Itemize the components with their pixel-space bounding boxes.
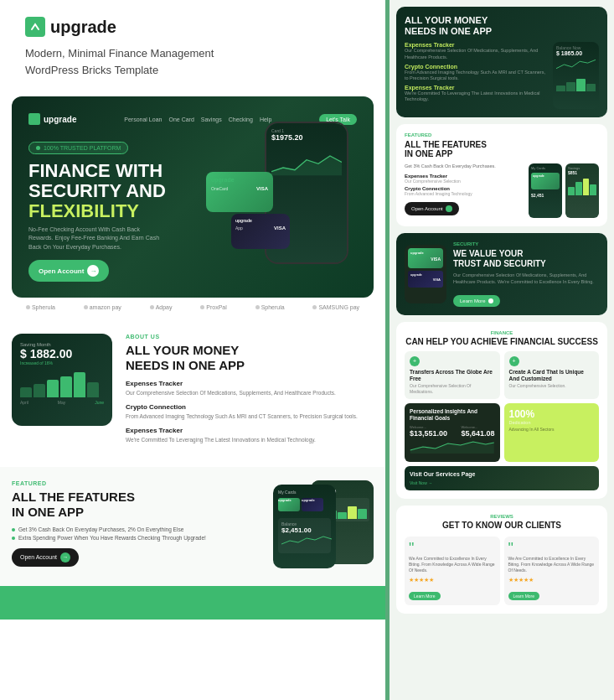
about-feature-2: Crypto Connection From Advanced Imaging … <box>126 403 374 420</box>
feat-phone-1: My Cards upgrade upgrade Balance <box>273 485 336 568</box>
rp-hero-title: ALL YOUR MONEY NEEDS IN ONE APP <box>405 15 599 37</box>
left-panel: upgrade Modern, Minimal Finance Manageme… <box>0 0 385 700</box>
svg-marker-0 <box>271 156 342 175</box>
brand-name: upgrade <box>50 18 116 37</box>
page-wrapper: upgrade Modern, Minimal Finance Manageme… <box>0 0 614 700</box>
rp-quote-icon-2: " <box>508 541 596 556</box>
hero-section: upgrade Personal Loan One Card Savings C… <box>12 96 374 298</box>
rp-success-plus-icon-2: + <box>509 356 519 366</box>
card-dark: upgrade App VISA <box>231 214 290 249</box>
rp-success-item-transfers: + Transfers Across The Globe Are Free Ou… <box>405 351 500 400</box>
rp-mini-line-chart <box>556 56 596 73</box>
rp-security-btn-dot-icon <box>488 298 493 303</box>
footer-area <box>0 586 385 620</box>
rp-hero-feature-3: Expenses Tracker We're Committed To Leve… <box>405 85 546 102</box>
open-account-arrow-icon: → <box>60 552 70 563</box>
tagline: Modern, Minimal Finance Management WordP… <box>25 45 360 78</box>
features-bullet-list: Get 3% Cash Back On Everyday Purchases, … <box>12 526 261 541</box>
rp-features-section: FEATURED ALL THE FEATURES IN ONE APP Get… <box>396 124 607 226</box>
insights-chart <box>410 438 495 454</box>
rp-success-grid: + Transfers Across The Globe Are Free Ou… <box>405 351 599 491</box>
partner-adpay: Adpay <box>150 304 173 310</box>
rp-hero-section: ALL YOUR MONEY NEEDS IN ONE APP Expenses… <box>396 7 607 117</box>
hero-phone-area: Card 1 $1975.20 upgrade OneCard VISA <box>206 122 365 289</box>
mini-line-chart <box>281 534 332 547</box>
hero-nav-logo-icon <box>28 113 40 125</box>
about-feature-1: Expenses Tracker Our Comprehensive Selec… <box>126 380 374 397</box>
rp-hero-feature-2: Crypto Connection From Advanced Imaging … <box>405 64 546 81</box>
logo-icon <box>25 17 45 37</box>
features-title: ALL THE FEATURES IN ONE APP <box>12 490 261 520</box>
rp-success-item-visit: Visit Our Services Page Visit Now → <box>405 466 599 490</box>
rp-feat-item-2: Crypto Connection From Advanced Imaging … <box>405 186 524 196</box>
header-area: upgrade Modern, Minimal Finance Manageme… <box>0 0 385 96</box>
rp-features-title: ALL THE FEATURES IN ONE APP <box>405 140 599 158</box>
rp-hero-text: Expenses Tracker Our Comprehensive Selec… <box>405 42 546 109</box>
rp-success-item-card: + Create A Card That Is Unique And Custo… <box>504 351 600 400</box>
rp-security-phone: upgrade VISA upgrade VISA <box>405 245 446 303</box>
rp-features-grid: Get 3% Cash Back On Everyday Purchases. … <box>405 163 599 218</box>
rp-feat-left: Get 3% Cash Back On Everyday Purchases. … <box>405 163 524 218</box>
rp-hero-feature-1: Expenses Tracker Our Comprehensive Selec… <box>405 42 546 60</box>
bullet-item-2: Extra Spending Power When You Have Rewar… <box>12 535 261 541</box>
right-panel: ALL YOUR MONEY NEEDS IN ONE APP Expenses… <box>390 0 614 700</box>
rp-client-card-1: " We Are Committed to Excellence In Ever… <box>405 537 500 605</box>
rp-hero-content: Expenses Tracker Our Comprehensive Selec… <box>405 42 599 109</box>
rp-clients-section: REVIEWS GET TO KNOW OUR CLIENTS " We Are… <box>396 506 607 614</box>
about-feature-3: Expenses Tracker We're Committed To Leve… <box>126 427 374 443</box>
card-green: upgrade OneCard VISA <box>206 172 273 212</box>
logo: upgrade <box>25 17 360 37</box>
rp-success-section: FINANCE CAN HELP YOU ACHIEVE FINANCIAL S… <box>396 322 607 500</box>
rp-security-card: upgrade VISA <box>408 248 443 268</box>
rp-client-learn-btn-1[interactable]: Learn More <box>409 592 441 600</box>
partner-proxpal: ProxPal <box>200 304 227 310</box>
rp-success-item-insights: Personalized Insights And Financial Goal… <box>405 403 500 462</box>
section-about: Saving Month $ 1882.00 Increased of 16% … <box>0 317 385 467</box>
partner-samsung: SAMSUNG pay <box>312 304 359 310</box>
open-account-button[interactable]: Open Account → <box>12 548 79 567</box>
hero-badge: 100% TRUSTED PLATFORM <box>28 142 128 154</box>
rp-hero-phone: Balance Now $ 1865.00 <box>553 42 599 109</box>
section-features: FEATURED ALL THE FEATURES IN ONE APP Get… <box>0 467 385 586</box>
rp-client-card-2: " We Are Committed to Excellence In Ever… <box>504 537 600 605</box>
rp-clients-grid: " We Are Committed to Excellence In Ever… <box>405 537 599 605</box>
bullet-item-1: Get 3% Cash Back On Everyday Purchases, … <box>12 526 261 532</box>
rp-success-plus-icon-1: + <box>410 356 420 366</box>
rp-security-text: SECURITY WE VALUE YOUR TRUST AND SECURIT… <box>453 241 599 306</box>
partner-spherula-1: Spherula <box>26 304 55 310</box>
rp-security-inner: upgrade VISA upgrade VISA SECURITY WE VA… <box>405 241 599 306</box>
features-phones: My Cards upgrade upgrade Balance <box>273 480 374 573</box>
rp-phone-tiny-1: My Cards upgrade $2,451 <box>529 163 562 218</box>
rp-phone-tiny-2: Savings $851 <box>565 163 599 218</box>
rp-client-learn-btn-2[interactable]: Learn More <box>508 592 540 600</box>
features-content: FEATURED ALL THE FEATURES IN ONE APP Get… <box>12 480 374 573</box>
hero-desc: No-Fee Checking Account With Cash Back R… <box>28 226 163 252</box>
hero-cta-button[interactable]: Open Account → <box>28 260 109 282</box>
rp-security-section: upgrade VISA upgrade VISA SECURITY WE VA… <box>396 233 607 314</box>
hero-badge-dot <box>36 146 40 150</box>
hero-btn-arrow-icon: → <box>87 265 99 277</box>
about-content: ABOUT US ALL YOUR MONEY NEEDS IN ONE APP… <box>126 334 374 450</box>
phone-chart <box>271 145 342 179</box>
about-graphic: Saving Month $ 1882.00 Increased of 16% … <box>12 334 112 426</box>
rp-security-title: WE VALUE YOUR TRUST AND SECURITY <box>453 249 599 269</box>
about-bar-chart <box>20 372 104 397</box>
partners-bar: Spherula amazon pay Adpay ProxPal Spheru… <box>0 298 385 317</box>
partner-amazon: amazon pay <box>84 304 121 310</box>
rp-security-cta-button[interactable]: Learn More <box>453 295 500 307</box>
rp-phones-small: My Cards upgrade $2,451 Savings $851 <box>529 163 599 218</box>
rp-success-item-dedication: 100% Dedication Advancing In All Sectors <box>504 403 600 462</box>
partner-spherula-2: Spherula <box>255 304 285 310</box>
rp-feat-item-1: Expenses Tracker Our Comprehensive Selec… <box>405 174 524 184</box>
rp-open-account-button[interactable]: Open Account <box>405 202 459 215</box>
hero-nav-logo: upgrade <box>28 113 76 125</box>
features-text: FEATURED ALL THE FEATURES IN ONE APP Get… <box>12 480 261 567</box>
rp-quote-icon-1: " <box>409 541 496 556</box>
rp-open-btn-dot-icon <box>446 205 452 212</box>
about-title: ALL YOUR MONEY NEEDS IN ONE APP <box>126 343 374 373</box>
